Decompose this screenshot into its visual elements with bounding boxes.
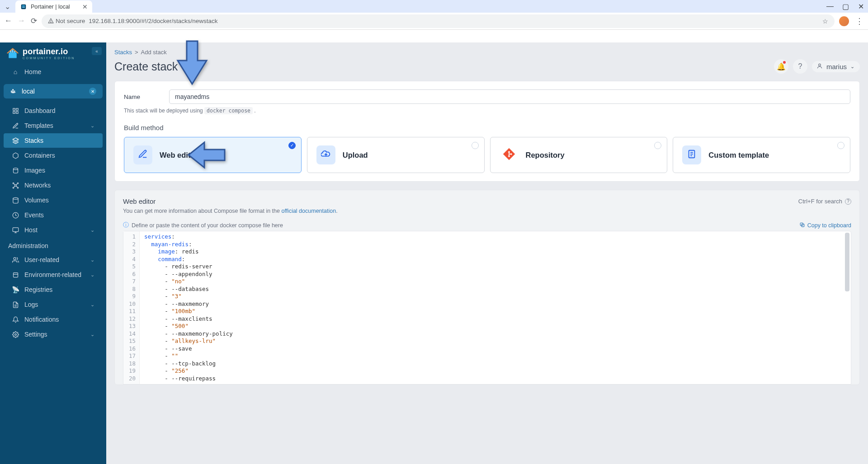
not-secure-badge: Not secure	[48, 18, 85, 24]
tab-close-icon[interactable]: ✕	[82, 3, 88, 10]
method-web-editor[interactable]: Web editor	[124, 137, 302, 173]
help-icon: ?	[798, 62, 802, 70]
sidebar-admin-settings[interactable]: Settings⌄	[4, 327, 103, 342]
breadcrumb: Stacks > Add stack	[106, 42, 868, 57]
svg-rect-15	[16, 111, 18, 113]
user-menu[interactable]: marius ⌄	[812, 61, 860, 72]
editor-scrollbar[interactable]	[845, 233, 849, 291]
sidebar-item-label: Containers	[24, 152, 55, 159]
sidebar-section-administration: Administration	[0, 238, 106, 252]
reload-icon[interactable]: ⟳	[182, 61, 189, 71]
chevron-down-icon: ⌄	[90, 302, 94, 308]
stack-name-input[interactable]	[169, 89, 850, 104]
events-icon	[12, 212, 19, 219]
sidebar-collapse-button[interactable]: «	[92, 47, 102, 55]
editor-title: Web editor	[123, 197, 156, 205]
window-minimize-icon[interactable]: —	[826, 2, 835, 11]
env-close-icon[interactable]: ✕	[89, 88, 96, 95]
svg-rect-10	[12, 91, 14, 92]
method-indicator	[472, 142, 479, 149]
copy-icon	[799, 222, 805, 229]
web-editor-card: Web editor Ctrl+F for search ? You can g…	[114, 190, 860, 385]
registries-icon: 📡	[12, 286, 19, 293]
portainer-logo[interactable]: portainer.io COMMUNITY EDITION	[6, 47, 75, 60]
svg-rect-16	[13, 111, 14, 113]
method-label: Repository	[526, 151, 565, 159]
window-close-icon[interactable]: ✕	[856, 2, 865, 11]
env-icon	[12, 272, 19, 278]
browser-menu-icon[interactable]: ⋮	[855, 16, 863, 26]
copy-to-clipboard-button[interactable]: Copy to clipboard	[799, 221, 851, 229]
svg-rect-9	[11, 91, 12, 92]
user-icon	[816, 63, 823, 70]
stacks-icon	[12, 137, 19, 144]
method-repository[interactable]: Repository	[490, 137, 668, 173]
sidebar-admin-registries[interactable]: 📡Registries	[4, 282, 103, 297]
sidebar-item-templates[interactable]: Templates⌄	[4, 118, 103, 133]
sidebar-item-events[interactable]: Events	[4, 208, 103, 222]
sidebar-item-images[interactable]: Images	[4, 163, 103, 178]
sidebar-item-label: Notifications	[24, 316, 59, 323]
docs-link[interactable]: official documentation	[281, 208, 336, 214]
sidebar-admin-logs[interactable]: Logs⌄	[4, 297, 103, 312]
svg-line-25	[16, 183, 17, 185]
compose-code-editor[interactable]: 1234567891011121314151617181920 services…	[123, 231, 851, 384]
address-bar[interactable]: Not secure 192.168.1.18:9000/#!/2/docker…	[42, 14, 835, 28]
volumes-icon	[12, 197, 19, 204]
svg-point-23	[17, 187, 19, 188]
profile-avatar[interactable]	[839, 16, 849, 26]
sidebar-item-containers[interactable]: Containers	[4, 148, 103, 163]
nav-back-icon[interactable]: ←	[5, 16, 12, 26]
sidebar-item-label: Stacks	[24, 137, 43, 144]
upload-icon	[321, 149, 331, 161]
deploy-helper-text: This stack will be deployed using docker…	[124, 108, 850, 114]
sidebar-admin-user-related[interactable]: User-related⌄	[4, 253, 103, 267]
editor-info-text: You can get more information about Compo…	[123, 208, 851, 214]
sidebar-item-label: Events	[24, 211, 44, 219]
tab-list-dropdown-icon[interactable]: ⌄	[3, 2, 12, 11]
svg-line-24	[14, 183, 15, 185]
template-icon	[687, 149, 697, 161]
help-button[interactable]: ?	[793, 59, 807, 74]
stack-form-card: Name This stack will be deployed using d…	[114, 81, 860, 182]
method-upload[interactable]: Upload	[307, 137, 485, 173]
sidebar-item-label: Templates	[24, 122, 53, 129]
sidebar-item-home[interactable]: ⌂ Home	[4, 65, 103, 79]
method-label: Custom template	[708, 151, 769, 159]
sidebar-item-stacks[interactable]: Stacks	[4, 133, 103, 148]
window-maximize-icon[interactable]: ▢	[841, 2, 850, 11]
sidebar-item-volumes[interactable]: Volumes	[4, 193, 103, 207]
sidebar-item-dashboard[interactable]: Dashboard	[4, 103, 103, 118]
build-method-label: Build method	[124, 124, 850, 131]
editor-code[interactable]: services: mayan-redis: image: redis comm…	[140, 231, 237, 384]
svg-line-27	[16, 186, 17, 187]
svg-rect-30	[13, 227, 19, 231]
browser-tab[interactable]: Portainer | local ✕	[15, 0, 92, 13]
svg-rect-5	[9, 52, 17, 58]
environment-badge[interactable]: local ✕	[4, 84, 103, 98]
logo-icon	[6, 47, 19, 60]
chevron-down-icon: ⌄	[90, 227, 94, 233]
nav-forward-icon[interactable]: →	[18, 16, 25, 26]
nav-reload-icon[interactable]: ⟳	[31, 16, 37, 26]
svg-point-28	[13, 197, 18, 199]
notifications-bell-button[interactable]: 🔔	[774, 59, 788, 74]
svg-rect-2	[22, 7, 25, 8]
svg-rect-11	[14, 91, 15, 92]
brand-subtitle: COMMUNITY EDITION	[23, 56, 75, 60]
url-text: 192.168.1.18:9000/#!/2/docker/stacks/new…	[89, 18, 217, 24]
sidebar-item-host[interactable]: Host⌄	[4, 223, 103, 237]
git-icon	[503, 148, 515, 163]
svg-point-18	[13, 168, 18, 169]
host-icon	[12, 227, 19, 234]
page-title: Create stack ⟳	[114, 60, 189, 73]
method-custom-template[interactable]: Custom template	[673, 137, 850, 173]
sidebar-item-label: Networks	[24, 182, 51, 189]
edit-icon	[138, 149, 148, 161]
bookmark-star-icon[interactable]: ☆	[822, 18, 828, 25]
breadcrumb-stacks-link[interactable]: Stacks	[114, 49, 132, 56]
sidebar-admin-environment-related[interactable]: Environment-related⌄	[4, 267, 103, 282]
sidebar-admin-notifications[interactable]: Notifications	[4, 312, 103, 327]
sidebar-item-networks[interactable]: Networks	[4, 178, 103, 192]
editor-gutter: 1234567891011121314151617181920	[123, 231, 140, 384]
